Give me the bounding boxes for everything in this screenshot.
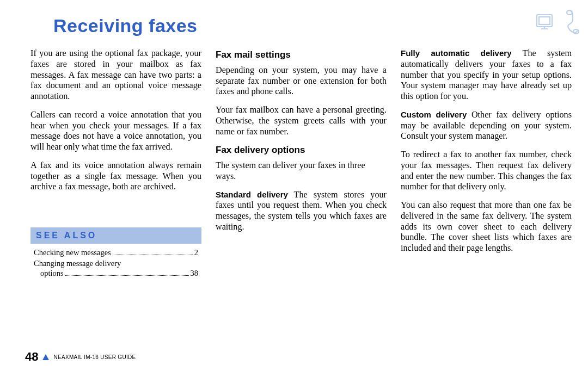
term-auto: Fully automatic delivery [401, 48, 511, 58]
toc-label-line2: options [40, 269, 64, 279]
col2-p2: Your fax mailbox can have a personal gre… [216, 105, 387, 137]
see-also-block: SEE ALSO Checking new messages 2 Changin… [30, 227, 201, 279]
toc-row-2: Changing message delivery options 38 [34, 259, 198, 278]
col2-p1: Depending on your system, you may have a… [216, 65, 387, 97]
toc-page: 2 [194, 248, 198, 258]
phone-icon [562, 9, 580, 37]
toc-row-1: Checking new messages 2 [34, 248, 198, 258]
col3-p1: To redirect a fax to another fax number,… [401, 150, 572, 193]
toc-label: Checking new messages [34, 248, 111, 258]
subhead-fax-mail: Fax mail settings [216, 50, 387, 61]
toc-page: 38 [191, 269, 199, 279]
col3-p2: You can also request that more than one … [401, 200, 572, 254]
header-icons [534, 9, 580, 37]
delivery-custom: Custom delivery Other fax delivery optio… [401, 110, 572, 142]
guide-title: NEAXMAIL IM-16 USER GUIDE [53, 354, 136, 360]
subhead-fax-delivery: Fax delivery options [216, 145, 387, 156]
toc-leader-dots [65, 275, 189, 276]
page-title: Receiving faxes [53, 15, 572, 36]
delivery-standard: Standard delivery The system stores your… [216, 190, 387, 233]
column-3: Fully automatic delivery The system auto… [401, 48, 572, 280]
intro-p1: If you are using the optional fax packag… [30, 48, 201, 102]
term-standard: Standard delivery [216, 190, 288, 199]
intro-p2: Callers can record a voice annotation th… [30, 110, 201, 153]
triangle-icon [42, 354, 49, 360]
toc-leader-dots [113, 255, 193, 255]
toc-label-line1: Changing message delivery [34, 259, 198, 269]
column-1: If you are using the optional fax packag… [30, 48, 201, 280]
term-custom: Custom delivery [401, 110, 467, 119]
column-2: Fax mail settings Depending on your syst… [216, 48, 387, 280]
page-footer: 48 NEAXMAIL IM-16 USER GUIDE [25, 350, 136, 364]
delivery-auto: Fully automatic delivery The system auto… [401, 48, 572, 102]
page-number: 48 [25, 350, 38, 364]
intro-p3: A fax and its voice annotation always re… [30, 160, 201, 193]
body-columns: If you are using the optional fax packag… [30, 48, 572, 280]
col2-p3: The system can deliver your faxes in thr… [216, 160, 387, 182]
monitor-icon [534, 10, 559, 35]
svg-rect-1 [539, 17, 550, 24]
see-also-heading: SEE ALSO [30, 227, 201, 244]
